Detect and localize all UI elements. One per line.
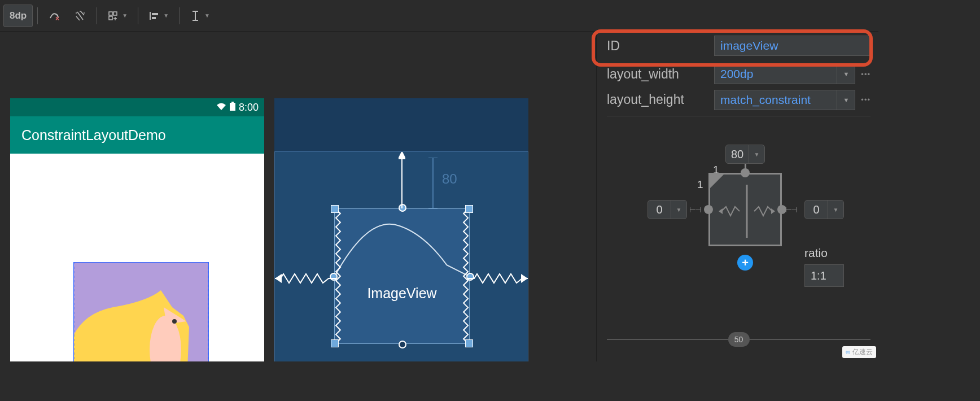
bias-value[interactable]: 50 <box>728 332 750 347</box>
design-preview[interactable]: 8:00 ConstraintLayoutDemo <box>10 98 264 361</box>
dropdown-caret: ▼ <box>122 12 128 19</box>
time-label: 8:00 <box>239 102 259 114</box>
pack-button[interactable]: ▼ <box>102 5 133 27</box>
more-icon[interactable]: ••• <box>861 95 870 104</box>
id-label: ID <box>607 38 708 54</box>
top-margin-value: 80 <box>440 171 460 187</box>
bias-slider[interactable]: 50 <box>607 331 870 348</box>
height-select[interactable]: match_constraint ▼ <box>714 90 855 110</box>
more-icon[interactable]: ••• <box>861 70 870 79</box>
selection-outline <box>73 262 209 361</box>
default-margin-button[interactable]: 8dp <box>3 5 33 27</box>
top-margin-dropdown[interactable]: 80▼ <box>725 145 765 164</box>
constraint-box[interactable] <box>708 173 782 246</box>
svg-rect-6 <box>109 16 112 20</box>
svg-point-3 <box>80 11 81 12</box>
separator <box>138 7 138 24</box>
svg-rect-5 <box>113 12 117 15</box>
svg-text:×: × <box>55 15 59 22</box>
toolbar: 8dp × ▼ ▼ ▼ <box>0 0 878 32</box>
constraint-widget[interactable]: 80▼ 0▼ 0▼ 1 1 ⊢ <box>607 139 870 348</box>
guidelines-button[interactable]: ▼ <box>184 5 216 27</box>
svg-rect-10 <box>231 102 234 103</box>
svg-rect-8 <box>152 17 156 19</box>
align-button[interactable]: ▼ <box>143 5 174 27</box>
attr-row-height: layout_height match_constraint ▼ ••• <box>607 88 870 116</box>
watermark: ∞ 亿速云 <box>842 346 876 358</box>
aspect-corner-left: 1 <box>697 178 703 191</box>
app-bar: ConstraintLayoutDemo <box>10 116 264 154</box>
clear-constraints-button[interactable]: × <box>42 5 66 27</box>
ratio-label: ratio <box>804 246 844 260</box>
blueprint-preview[interactable]: ImageView <box>274 98 528 361</box>
blueprint-imageview[interactable]: ImageView <box>334 208 470 344</box>
svg-rect-7 <box>152 13 158 15</box>
attributes-panel: ID imageView layout_width 200dp ▼ ••• la… <box>596 32 878 361</box>
wifi-icon <box>216 102 226 114</box>
svg-point-1 <box>76 12 77 14</box>
add-bottom-constraint-button[interactable]: + <box>737 255 753 271</box>
svg-point-2 <box>84 12 85 14</box>
separator <box>179 7 180 24</box>
infer-constraints-button[interactable] <box>68 5 92 27</box>
dropdown-caret: ▼ <box>163 12 169 19</box>
width-label: layout_width <box>607 67 708 82</box>
attr-row-width: layout_width 200dp ▼ ••• <box>607 60 870 88</box>
separator <box>97 7 97 24</box>
dropdown-caret[interactable]: ▼ <box>837 64 855 84</box>
image-view-preview[interactable] <box>73 262 209 361</box>
left-margin-dropdown[interactable]: 0▼ <box>648 200 687 219</box>
battery-icon <box>230 102 235 114</box>
id-input[interactable]: imageView <box>714 36 870 56</box>
ratio-input[interactable]: 1:1 <box>804 264 844 287</box>
status-bar: 8:00 <box>10 98 264 116</box>
svg-rect-9 <box>230 103 235 111</box>
right-margin-dropdown[interactable]: 0▼ <box>804 200 844 219</box>
blueprint-label: ImageView <box>335 285 469 302</box>
app-title: ConstraintLayoutDemo <box>21 127 166 143</box>
left-anchor[interactable] <box>704 205 713 214</box>
design-canvas[interactable]: 8:00 ConstraintLayoutDemo <box>0 32 596 361</box>
dropdown-caret: ▼ <box>204 12 210 19</box>
dropdown-caret[interactable]: ▼ <box>837 90 855 110</box>
width-select[interactable]: 200dp ▼ <box>714 64 855 84</box>
ratio-block: ratio 1:1 <box>804 246 844 287</box>
separator <box>37 7 38 24</box>
attr-row-id: ID imageView <box>607 32 870 60</box>
svg-rect-4 <box>109 12 112 15</box>
height-label: layout_height <box>607 92 708 107</box>
